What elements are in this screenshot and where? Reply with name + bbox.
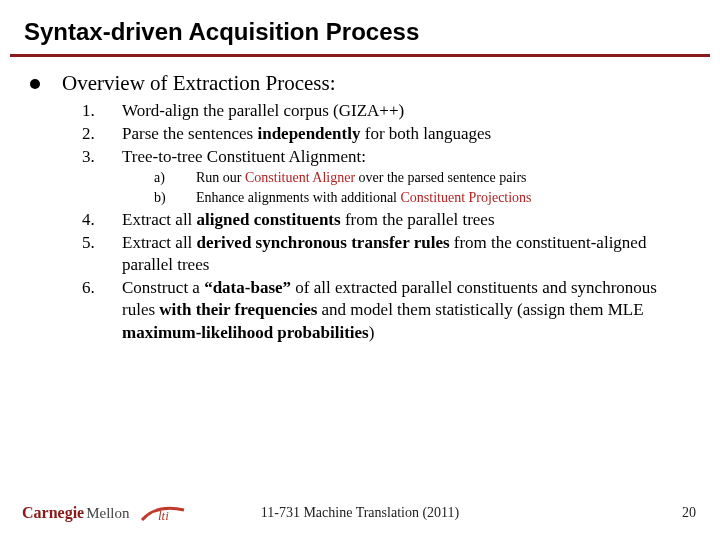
lti-text: lti [158, 508, 169, 523]
text-run-bold: independently [257, 124, 360, 143]
footer-course: 11-731 Machine Translation (2011) [261, 505, 459, 521]
lti-logo-icon: lti [140, 500, 186, 526]
text-run: and model them statistically (assign the… [317, 300, 643, 319]
text-run: Enhance alignments with additional [196, 190, 401, 205]
text-run-bold: maximum-likelihood probabilities [122, 323, 369, 342]
item-number: 6. [82, 277, 100, 343]
list-item: 6. Construct a “data-base” of all extrac… [82, 277, 694, 343]
item-number: 5. [82, 232, 100, 276]
sub-item: b) Enhance alignments with additional Co… [154, 189, 694, 208]
text-run-red: Constituent Projections [401, 190, 532, 205]
list-item: 2. Parse the sentences independently for… [82, 123, 694, 145]
text-run: Run our [196, 170, 245, 185]
text-run-bold: “data-base” [204, 278, 291, 297]
carnegie-mellon-logo: Carnegie Mellon [22, 504, 130, 522]
logo-carnegie: Carnegie [22, 504, 84, 522]
ordered-list: 1. Word-align the parallel corpus (GIZA+… [82, 100, 694, 344]
text-run: Parse the sentences [122, 124, 257, 143]
overview-row: Overview of Extraction Process: [30, 71, 694, 96]
item-text: Tree-to-tree Constituent Alignment: [122, 146, 694, 168]
text-run: ) [369, 323, 375, 342]
text-run: from the parallel trees [341, 210, 495, 229]
text-run-bold: with their frequencies [159, 300, 317, 319]
item-number: 1. [82, 100, 100, 122]
overview-text: Overview of Extraction Process: [62, 71, 336, 96]
text-run-bold: derived synchronous transfer rules [197, 233, 450, 252]
list-item: 1. Word-align the parallel corpus (GIZA+… [82, 100, 694, 122]
item-text: Extract all aligned constituents from th… [122, 209, 694, 231]
sub-text: Enhance alignments with additional Const… [196, 189, 532, 208]
footer: Carnegie Mellon lti 11-731 Machine Trans… [0, 500, 720, 526]
list-item: 4. Extract all aligned constituents from… [82, 209, 694, 231]
content-area: Overview of Extraction Process: 1. Word-… [0, 57, 720, 344]
item-text: Word-align the parallel corpus (GIZA++) [122, 100, 694, 122]
slide-title: Syntax-driven Acquisition Process [0, 0, 720, 54]
item-number: 4. [82, 209, 100, 231]
slide-number: 20 [682, 505, 696, 521]
item-text: Parse the sentences independently for bo… [122, 123, 694, 145]
item-number: 2. [82, 123, 100, 145]
text-run-bold: aligned constituents [197, 210, 341, 229]
text-run: for both languages [360, 124, 491, 143]
text-run: over the parsed sentence pairs [355, 170, 526, 185]
item-text: Extract all derived synchronous transfer… [122, 232, 694, 276]
text-run: Extract all [122, 210, 197, 229]
list-item: 5. Extract all derived synchronous trans… [82, 232, 694, 276]
text-run: Extract all [122, 233, 197, 252]
logo-mellon: Mellon [86, 505, 129, 522]
sub-item: a) Run our Constituent Aligner over the … [154, 169, 694, 188]
sub-list: a) Run our Constituent Aligner over the … [154, 169, 694, 208]
item-number: 3. [82, 146, 100, 168]
text-run: Construct a [122, 278, 204, 297]
sub-number: b) [154, 189, 168, 208]
bullet-icon [30, 79, 40, 89]
sub-number: a) [154, 169, 168, 188]
sub-text: Run our Constituent Aligner over the par… [196, 169, 527, 188]
text-run-red: Constituent Aligner [245, 170, 355, 185]
list-item: 3. Tree-to-tree Constituent Alignment: [82, 146, 694, 168]
item-text: Construct a “data-base” of all extracted… [122, 277, 694, 343]
